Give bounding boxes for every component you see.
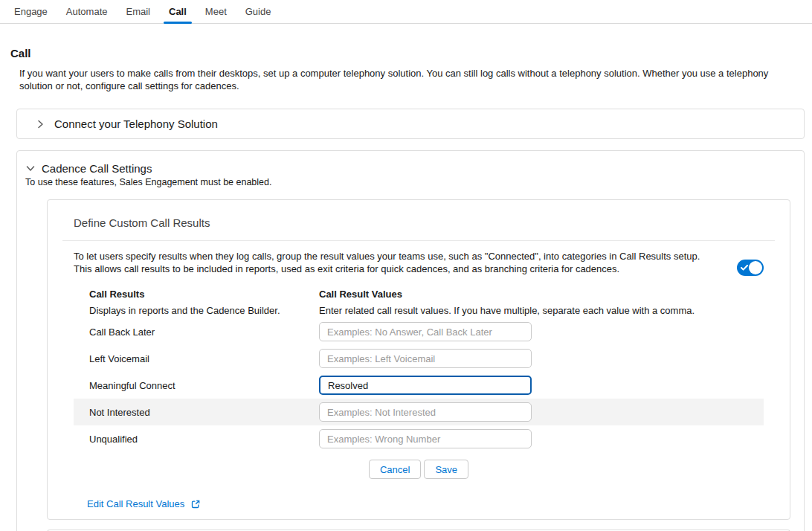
tab-engage[interactable]: Engage — [10, 0, 52, 23]
form-actions: Cancel Save — [74, 460, 764, 479]
call-results-table: Call Results Call Result Values Displays… — [74, 286, 764, 452]
column-header-call-results: Call Results — [89, 289, 319, 300]
table-header-row: Call Results Call Result Values — [74, 286, 764, 302]
card-description-row: To let users specify results when they l… — [74, 250, 764, 275]
section-cadence-call-settings: Cadence Call Settings To use these featu… — [16, 150, 805, 531]
table-row: Unqualified — [74, 425, 764, 452]
chevron-right-icon — [36, 120, 45, 129]
row-label-not-interested: Not Interested — [89, 407, 319, 418]
tab-guide[interactable]: Guide — [241, 0, 276, 23]
edit-call-result-values-label[interactable]: Edit Call Result Values — [87, 498, 184, 509]
check-icon — [741, 265, 748, 271]
define-custom-call-results-card: Define Custom Call Results To let users … — [47, 199, 790, 520]
chevron-down-icon — [26, 164, 35, 173]
card-divider — [62, 240, 775, 241]
row-label-unqualified: Unqualified — [89, 434, 319, 445]
not-interested-input[interactable] — [319, 402, 532, 422]
card-body: To let users specify results when they l… — [48, 250, 790, 509]
tab-meet[interactable]: Meet — [201, 0, 231, 23]
section-connect-telephony[interactable]: Connect your Telephony Solution — [16, 109, 805, 139]
cadence-section-subtitle: To use these features, Sales Engagement … — [25, 177, 804, 188]
external-link-icon — [190, 499, 201, 509]
table-row: Left Voicemail — [74, 345, 764, 372]
section-title-telephony: Connect your Telephony Solution — [54, 118, 218, 130]
page-description: If you want your users to make calls fro… — [19, 67, 802, 92]
cancel-button[interactable]: Cancel — [369, 460, 421, 479]
meaningful-connect-input[interactable] — [319, 376, 532, 395]
tab-automate[interactable]: Automate — [62, 0, 112, 23]
custom-call-results-toggle[interactable] — [737, 260, 764, 276]
edit-call-result-values-link[interactable]: Edit Call Result Values — [74, 498, 764, 509]
call-result-values-hint: Enter related call result values. If you… — [319, 305, 764, 316]
left-voicemail-input[interactable] — [319, 349, 532, 368]
table-row: Not Interested — [74, 399, 764, 425]
tab-call[interactable]: Call — [164, 0, 191, 23]
cadence-section-header[interactable]: Cadence Call Settings — [17, 161, 804, 175]
card-description: To let users specify results when they l… — [74, 250, 715, 275]
column-header-call-result-values: Call Result Values — [319, 289, 764, 300]
unqualified-input[interactable] — [319, 429, 532, 448]
card-title: Define Custom Call Results — [48, 200, 790, 240]
section-title-cadence: Cadence Call Settings — [42, 162, 152, 175]
table-hint-row: Displays in reports and the Cadence Buil… — [74, 302, 764, 318]
table-row: Meaningful Connect — [74, 372, 764, 399]
row-label-call-back-later: Call Back Later — [89, 326, 319, 338]
page-title: Call — [10, 46, 812, 60]
row-label-meaningful-connect: Meaningful Connect — [89, 380, 319, 391]
row-label-left-voicemail: Left Voicemail — [89, 353, 319, 364]
toggle-knob — [749, 261, 762, 274]
call-results-hint: Displays in reports and the Cadence Buil… — [89, 305, 319, 316]
save-button[interactable]: Save — [424, 460, 468, 479]
top-tab-bar: Engage Automate Email Call Meet Guide — [0, 0, 812, 24]
call-back-later-input[interactable] — [319, 322, 532, 341]
tab-email[interactable]: Email — [121, 0, 155, 23]
table-row: Call Back Later — [74, 318, 764, 345]
